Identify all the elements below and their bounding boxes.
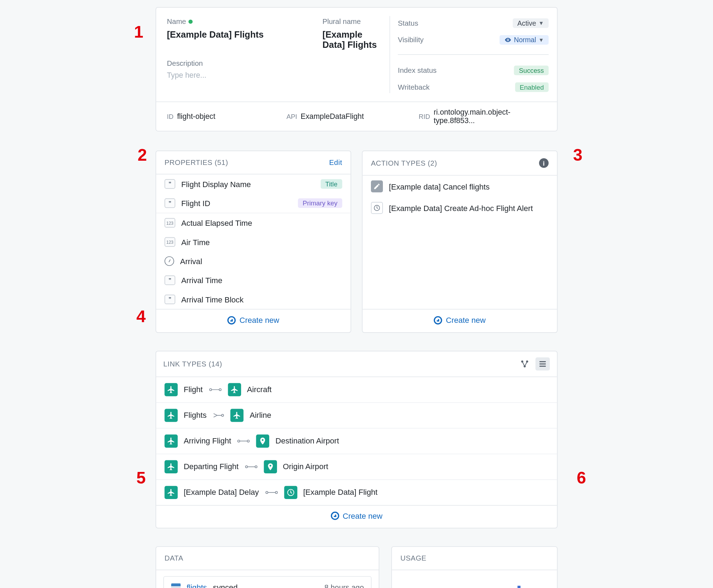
link-cardinality-icon [237, 438, 250, 444]
action-label: [Example Data] Create Ad-hoc Flight Aler… [389, 203, 533, 212]
link-right-label: Aircraft [247, 385, 272, 394]
property-label: Arrival [180, 257, 202, 266]
clock-icon [284, 486, 297, 499]
link-right-label: Airline [250, 411, 271, 420]
data-title: DATA [165, 554, 183, 563]
properties-title: PROPERTIES (51) [165, 158, 228, 167]
links-create-button[interactable]: Create new [331, 511, 383, 520]
property-row[interactable]: 123Actual Elapsed Time [156, 213, 351, 232]
number-type-icon: 123 [165, 218, 176, 228]
status-dot-icon [189, 20, 193, 24]
link-row[interactable]: FlightAircraft [156, 377, 557, 402]
index-status-badge: Success [514, 66, 549, 75]
string-type-icon: ❞ [165, 275, 176, 285]
index-status-label: Index status [398, 66, 437, 75]
visibility-dropdown[interactable]: Normal▼ [500, 35, 549, 45]
usage-card: USAGE 0400800 August [391, 546, 557, 588]
pin-icon [256, 434, 269, 447]
link-left-label: [Example Data] Delay [184, 488, 259, 497]
link-types-title: LINK TYPES (14) [163, 359, 222, 368]
sync-time: 8 hours ago [324, 583, 364, 588]
svg-point-7 [209, 388, 212, 390]
number-type-icon: 123 [165, 237, 176, 247]
view-list-button[interactable] [536, 357, 550, 370]
plane-icon [228, 383, 241, 396]
link-left-label: Departing Flight [184, 462, 239, 471]
property-label: Flight Display Name [181, 179, 251, 188]
plus-circle-icon [227, 316, 236, 324]
actions-create-button[interactable]: Create new [434, 315, 486, 325]
description-input[interactable]: Type here... [167, 71, 379, 79]
properties-edit-link[interactable]: Edit [329, 158, 342, 167]
data-sync-row[interactable]: flightssynced8 hours ago [163, 576, 372, 588]
svg-point-15 [255, 465, 257, 467]
caret-down-icon: ▼ [538, 20, 544, 26]
graph-icon [520, 359, 529, 368]
usage-bar [517, 586, 520, 588]
link-right-label: Origin Airport [283, 462, 328, 471]
action-row[interactable]: [Example Data] Create Ad-hoc Flight Aler… [362, 197, 557, 219]
plane-icon [165, 383, 178, 396]
svg-point-8 [219, 388, 221, 390]
api-value[interactable]: ExampleDataFlight [301, 112, 364, 121]
alert-action-icon [371, 202, 383, 214]
info-icon[interactable]: i [539, 158, 549, 168]
data-card: DATA flightssynced8 hours agoflightssync… [156, 546, 379, 588]
link-row[interactable]: [Example Data] Delay[Example Data] Fligh… [156, 479, 557, 505]
id-value[interactable]: flight-object [177, 112, 215, 121]
property-label: Actual Elapsed Time [181, 218, 252, 228]
marker-3: 3 [573, 146, 582, 165]
writeback-badge: Enabled [515, 82, 549, 92]
edit-action-icon [371, 180, 383, 192]
svg-point-14 [245, 465, 247, 467]
view-graph-button[interactable] [518, 357, 532, 370]
property-row[interactable]: ❞Arrival Time Block [156, 290, 351, 309]
sync-status: synced [213, 583, 238, 588]
dataset-link[interactable]: flights [187, 583, 207, 588]
link-types-card: LINK TYPES (14) FlightAircraftFlightsAir… [156, 351, 557, 529]
link-row[interactable]: FlightsAirline [156, 402, 557, 428]
svg-point-11 [238, 440, 240, 442]
marker-4: 4 [137, 307, 146, 326]
link-cardinality-icon [213, 411, 225, 418]
link-row[interactable]: Arriving FlightDestination Airport [156, 428, 557, 453]
property-row[interactable]: Arrival [156, 251, 351, 270]
status-dropdown[interactable]: Active▼ [512, 18, 548, 28]
link-cardinality-icon [209, 386, 222, 392]
property-row[interactable]: ❞Flight IDPrimary key [156, 193, 351, 212]
id-label: ID [167, 113, 173, 120]
properties-create-button[interactable]: Create new [227, 315, 279, 325]
string-type-icon: ❞ [165, 295, 176, 304]
plane-icon [165, 409, 178, 422]
property-label: Arrival Time Block [181, 295, 244, 304]
timestamp-type-icon [165, 256, 174, 266]
plural-value[interactable]: [Example Data] Flights [322, 29, 379, 50]
plural-label: Plural name [322, 17, 379, 26]
property-badge: Primary key [298, 198, 342, 208]
link-row[interactable]: Departing FlightOrigin Airport [156, 453, 557, 479]
pin-icon [264, 460, 277, 473]
action-row[interactable]: [Example data] Cancel flights [362, 175, 557, 197]
dataset-icon [171, 583, 181, 588]
usage-title: USAGE [400, 554, 427, 563]
link-right-label: Destination Airport [276, 436, 339, 446]
name-value[interactable]: [Example Data] Flights [167, 29, 286, 39]
name-label: Name [167, 17, 286, 26]
svg-rect-6 [540, 365, 546, 366]
property-label: Flight ID [181, 199, 210, 208]
plane-icon [165, 434, 178, 447]
property-label: Air Time [181, 237, 210, 247]
link-right-label: [Example Data] Flight [303, 488, 377, 497]
rid-value[interactable]: ri.ontology.main.object-type.8f853... [434, 108, 546, 125]
status-label: Status [398, 19, 418, 27]
api-label: API [286, 113, 297, 120]
property-row[interactable]: ❞Arrival Time [156, 271, 351, 290]
marker-2: 2 [138, 146, 147, 165]
property-row[interactable]: 123Air Time [156, 232, 351, 251]
marker-5: 5 [137, 468, 146, 487]
property-row[interactable]: ❞Flight Display NameTitle [156, 174, 351, 193]
link-cardinality-icon [245, 464, 258, 469]
string-type-icon: ❞ [165, 198, 176, 208]
properties-card: PROPERTIES (51) Edit ❞Flight Display Nam… [156, 151, 351, 333]
link-left-label: Flights [184, 411, 207, 420]
